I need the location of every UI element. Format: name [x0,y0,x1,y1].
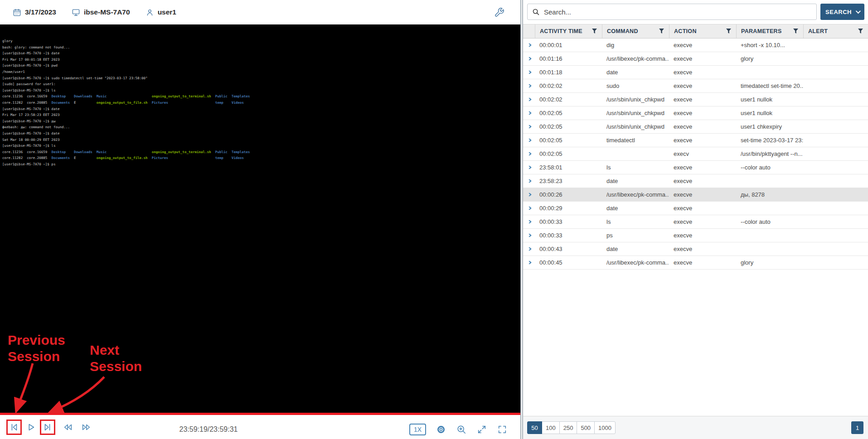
row-expand-chevron-icon[interactable] [523,247,535,251]
table-row[interactable]: 23:58:23dateexecve [523,174,868,188]
terminal-playback-screen[interactable]: glorybash: glory: command not found...[u… [0,24,520,413]
previous-session-annotation: Previous Session [8,332,65,365]
terminal-line: [user1@ibse-MS-7A70 ~]$ ды [2,118,520,125]
user-icon [145,8,154,17]
table-row[interactable]: 00:02:05execv/usr/bin/pkttyagent --n... [523,147,868,161]
terminal-line: фкеbash: ды: command not found... [2,124,520,130]
cell-action: execv [669,150,736,157]
filter-funnel-icon[interactable] [592,29,597,34]
cell-time: 00:00:01 [535,42,602,48]
page-number-button[interactable]: 1 [851,421,863,434]
events-table-body: 00:00:01digexecve+short -x 10.10...00:01… [523,39,868,270]
table-row[interactable]: 00:00:43dateexecve [523,242,868,256]
page-size-50[interactable]: 50 [527,421,542,434]
next-session-annotation: Next Session [90,342,142,375]
filter-funnel-icon[interactable] [858,29,863,34]
row-expand-chevron-icon[interactable] [523,234,535,237]
header-expander-column [523,24,535,38]
search-row: SEARCH [523,0,868,20]
cell-time: 00:02:05 [535,123,602,130]
next-session-button[interactable] [42,422,53,433]
page-size-100[interactable]: 100 [542,421,560,434]
terminal-line: [user1@ibse-MS-7A70 ~]$ date [2,130,520,137]
search-input[interactable] [544,8,812,16]
header-parameters[interactable]: PARAMETERS [736,24,803,38]
row-expand-chevron-icon[interactable] [523,111,535,115]
table-row[interactable]: 00:00:33lsexecve--color auto [523,215,868,229]
filter-funnel-icon[interactable] [726,29,732,34]
previous-session-button[interactable] [9,422,19,433]
cell-action: execve [669,232,736,239]
cell-time: 00:02:05 [535,110,602,116]
table-row[interactable]: 00:00:26/usr/libexec/pk-comma...execveды… [523,188,868,202]
row-expand-chevron-icon[interactable] [523,43,535,47]
row-expand-chevron-icon[interactable] [523,139,535,142]
cell-time: 00:02:05 [535,137,602,144]
rewind-button[interactable] [63,422,73,433]
header-alert[interactable]: ALERT [803,24,868,38]
row-expand-chevron-icon[interactable] [523,207,535,210]
header-activity-time[interactable]: ACTIVITY TIME [535,24,602,38]
cell-parameters: +short -x 10.10... [736,42,803,48]
table-row[interactable]: 00:00:33psexecve [523,229,868,242]
cell-command: sudo [602,82,669,89]
monitor-icon [72,8,80,17]
cell-command: /usr/libexec/pk-comma... [602,55,669,62]
cell-time: 23:58:23 [535,178,602,184]
table-row[interactable]: 00:00:45/usr/libexec/pk-comma...execvegl… [523,256,868,270]
table-row[interactable]: 00:02:02sudoexecvetimedatectl set-time 2… [523,79,868,93]
table-row[interactable]: 00:00:01digexecve+short -x 10.10... [523,39,868,52]
row-expand-chevron-icon[interactable] [523,166,535,169]
table-row[interactable]: 00:01:18dateexecve [523,66,868,79]
row-expand-chevron-icon[interactable] [523,98,535,101]
header-command[interactable]: COMMAND [602,24,669,38]
row-expand-chevron-icon[interactable] [523,71,535,74]
terminal-line: [user1@ibse-MS-7A70 ~]$ ps [2,161,520,168]
table-row[interactable]: 00:02:05timedatectlexecveset-time 2023-0… [523,134,868,147]
filter-funnel-icon[interactable] [793,29,799,34]
zoom-in-icon[interactable] [456,424,467,435]
session-date: 3/17/2023 [13,8,56,17]
page-size-250[interactable]: 250 [559,421,577,434]
session-host: ibse-MS-7A70 [72,8,130,17]
cell-time: 00:00:33 [535,232,602,239]
terminal-line: Fri Mar 17 23:58:23 EET 2023 [2,112,520,118]
playback-speed-button[interactable]: 1X [409,424,426,435]
table-row[interactable]: 00:02:02/usr/sbin/unix_chkpwdexecveuser1… [523,93,868,106]
table-row[interactable]: 00:02:05/usr/sbin/unix_chkpwdexecveuser1… [523,120,868,134]
cell-time: 23:58:01 [535,164,602,171]
row-expand-chevron-icon[interactable] [523,57,535,60]
row-expand-chevron-icon[interactable] [523,220,535,223]
header-action[interactable]: ACTION [669,24,736,38]
activity-events-pane: SEARCH ACTIVITY TIME COMMAND ACTION PARA… [523,0,868,439]
row-expand-chevron-icon[interactable] [523,125,535,128]
table-row[interactable]: 00:01:16/usr/libexec/pk-comma...execvegl… [523,52,868,66]
page-size-500[interactable]: 500 [577,421,595,434]
row-expand-chevron-icon[interactable] [523,179,535,183]
events-table-header: ACTIVITY TIME COMMAND ACTION PARAMETERS … [523,24,868,39]
fullscreen-icon[interactable] [497,424,508,435]
cell-command: timedatectl [602,137,669,144]
cell-parameters: glory [736,55,803,62]
row-expand-chevron-icon[interactable] [523,84,535,87]
page-size-1000[interactable]: 1000 [594,421,616,434]
table-row[interactable]: 23:58:01lsexecve--color auto [523,161,868,174]
next-session-highlight-box [40,420,55,435]
cell-parameters: /usr/bin/pkttyagent --n... [736,150,803,157]
search-button[interactable]: SEARCH [820,4,864,20]
gear-icon[interactable] [436,424,446,435]
play-button[interactable] [25,422,36,433]
row-expand-chevron-icon[interactable] [523,261,535,264]
cell-command: dig [602,42,669,48]
fast-forward-button[interactable] [81,422,92,433]
table-row[interactable]: 00:02:05/usr/sbin/unix_chkpwdexecveuser1… [523,106,868,120]
cell-action: execve [669,259,736,266]
cell-action: execve [669,246,736,252]
filter-funnel-icon[interactable] [659,29,664,34]
row-expand-chevron-icon[interactable] [523,152,535,155]
table-row[interactable]: 00:00:29dateexecve [523,202,868,215]
cell-time: 00:00:26 [535,191,602,198]
wrench-icon[interactable] [494,7,504,18]
row-expand-chevron-icon[interactable] [523,193,535,196]
expand-icon[interactable] [476,424,487,435]
